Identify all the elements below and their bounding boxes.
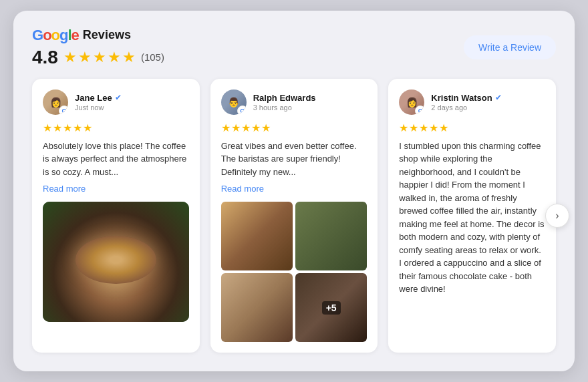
avatar: 👩 G <box>399 89 424 115</box>
name-row: Kristin Watson ✔ <box>431 93 501 103</box>
reviewer-name: Jane Lee <box>75 93 112 103</box>
review-card-jane-lee: 👩 G Jane Lee ✔ Just now ★ ★ ★ ★ ★ Absol <box>32 79 200 353</box>
verified-icon: ✔ <box>115 93 122 102</box>
review-text: I stumbled upon this charming coffee sho… <box>399 140 545 296</box>
star: ★ <box>53 122 62 134</box>
avatar: 👨 G <box>221 89 247 115</box>
rating-number: 4.8 <box>32 47 58 68</box>
reviewer-name: Kristin Watson <box>431 93 492 103</box>
title-row: Google Reviews <box>32 27 164 44</box>
star: ★ <box>429 122 438 134</box>
reviewer-name: Ralph Edwards <box>253 93 316 103</box>
name-row: Jane Lee ✔ <box>75 93 122 103</box>
review-card-kristin-watson: 👩 G Kristin Watson ✔ 2 days ago ★ ★ ★ ★ … <box>388 79 556 353</box>
star: ★ <box>409 122 418 134</box>
next-button[interactable]: › <box>545 204 569 228</box>
star: ★ <box>63 122 72 134</box>
review-count: (105) <box>141 51 164 63</box>
reviews-grid: 👩 G Jane Lee ✔ Just now ★ ★ ★ ★ ★ Absol <box>32 79 556 353</box>
star: ★ <box>261 122 271 134</box>
review-time: 3 hours ago <box>253 104 316 112</box>
chevron-right-icon: › <box>555 210 559 222</box>
reviewer-row: 👩 G Jane Lee ✔ Just now <box>43 89 189 115</box>
star: ★ <box>73 122 82 134</box>
review-grid-image-2 <box>295 202 367 270</box>
reviewer-info: Ralph Edwards 3 hours ago <box>253 93 316 112</box>
google-g-badge: G <box>59 106 68 115</box>
reviews-label: Reviews <box>83 28 131 42</box>
google-logo: Google <box>32 27 79 44</box>
star: ★ <box>231 122 241 134</box>
review-grid-image-3 <box>221 273 293 342</box>
google-g-badge: G <box>415 106 424 115</box>
verified-icon: ✔ <box>495 93 502 102</box>
star: ★ <box>399 122 408 134</box>
write-review-button[interactable]: Write a Review <box>464 35 556 59</box>
review-stars: ★ ★ ★ ★ ★ <box>43 122 189 134</box>
star: ★ <box>83 122 92 134</box>
header-left: Google Reviews 4.8 ★ ★ ★ ★ ★ (105) <box>32 27 164 68</box>
review-time: Just now <box>75 104 122 112</box>
reviewer-row: 👩 G Kristin Watson ✔ 2 days ago <box>399 89 545 115</box>
read-more-link[interactable]: Read more <box>43 184 86 194</box>
review-grid-image-4: +5 <box>295 273 367 342</box>
star-3: ★ <box>93 49 106 66</box>
more-photos-badge[interactable]: +5 <box>322 301 341 315</box>
reviewer-info: Jane Lee ✔ Just now <box>75 93 122 112</box>
rating-row: 4.8 ★ ★ ★ ★ ★ (105) <box>32 47 164 68</box>
review-stars: ★ ★ ★ ★ ★ <box>399 122 545 134</box>
review-text: Great vibes and even better coffee. The … <box>221 140 368 179</box>
coffee-latte-photo <box>43 202 189 322</box>
star-1: ★ <box>63 49 77 66</box>
star: ★ <box>241 122 251 134</box>
star: ★ <box>439 122 448 134</box>
star-4: ★ <box>108 49 121 66</box>
star: ★ <box>251 122 261 134</box>
review-card-ralph-edwards: 👨 G Ralph Edwards 3 hours ago ★ ★ ★ ★ ★ … <box>210 79 378 353</box>
google-reviews-widget: Google Reviews 4.8 ★ ★ ★ ★ ★ (105) Write… <box>13 11 575 372</box>
star: ★ <box>43 122 52 134</box>
review-stars: ★ ★ ★ ★ ★ <box>221 122 368 134</box>
overall-stars: ★ ★ ★ ★ ★ <box>63 49 136 66</box>
reviewer-row: 👨 G Ralph Edwards 3 hours ago <box>221 89 368 115</box>
name-row: Ralph Edwards <box>253 93 316 103</box>
review-image <box>43 202 189 322</box>
star: ★ <box>419 122 428 134</box>
reviewer-info: Kristin Watson ✔ 2 days ago <box>431 93 501 112</box>
avatar: 👩 G <box>43 89 68 115</box>
review-grid-image-1 <box>221 202 293 270</box>
star-5: ★ <box>122 49 136 66</box>
star: ★ <box>221 122 231 134</box>
review-time: 2 days ago <box>431 104 501 112</box>
review-text: Absolutely love this place! The coffee i… <box>43 140 189 179</box>
review-images-grid: +5 <box>221 202 368 342</box>
widget-header: Google Reviews 4.8 ★ ★ ★ ★ ★ (105) Write… <box>32 27 556 68</box>
star-2: ★ <box>78 49 92 66</box>
google-g-badge: G <box>237 106 247 115</box>
read-more-link[interactable]: Read more <box>221 184 264 194</box>
